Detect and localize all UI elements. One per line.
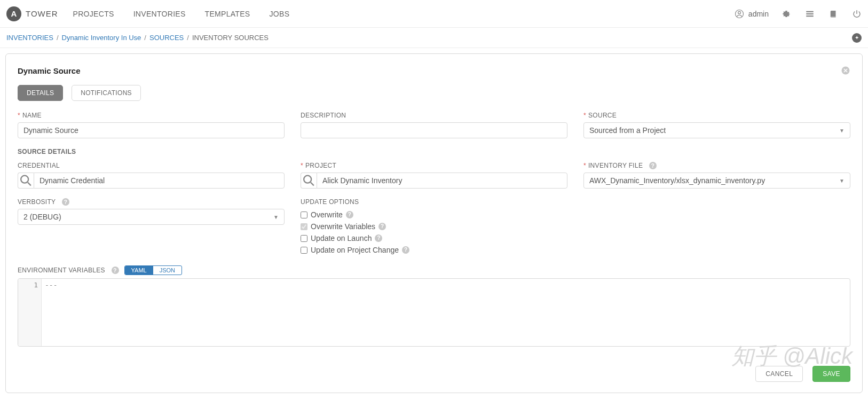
label-inventory-file: INVENTORY FILE: [588, 162, 643, 169]
logo-badge: A: [6, 6, 21, 21]
crumb-inventory-name[interactable]: Dynamic Inventory In Use: [62, 34, 141, 42]
crumb-current: INVENTORY SOURCES: [192, 34, 269, 42]
label-project: PROJECT: [305, 162, 336, 169]
user-icon: [735, 9, 744, 19]
nav-templates[interactable]: TEMPLATES: [205, 10, 250, 18]
help-icon[interactable]: ?: [375, 234, 382, 242]
svg-rect-4: [806, 15, 814, 17]
nav-links: PROJECTS INVENTORIES TEMPLATES JOBS: [73, 10, 290, 18]
svg-point-7: [304, 176, 311, 183]
nav-jobs[interactable]: JOBS: [270, 10, 290, 18]
panel-title: Dynamic Source: [18, 66, 81, 75]
credential-input[interactable]: [34, 173, 285, 189]
update-on-project-change-checkbox[interactable]: [301, 247, 307, 254]
breadcrumb: INVENTORIES / Dynamic Inventory In Use /…: [0, 28, 868, 48]
user-name: admin: [748, 10, 769, 18]
source-panel: Dynamic Source DETAILS NOTIFICATIONS *NA…: [5, 53, 863, 393]
env-vars-editor[interactable]: 1 ---: [18, 278, 850, 347]
logo[interactable]: A TOWER: [6, 6, 58, 21]
label-update-options: UPDATE OPTIONS: [301, 198, 359, 206]
tab-details[interactable]: DETAILS: [18, 85, 63, 101]
label-source: SOURCE: [588, 112, 617, 119]
label-env-vars: ENVIRONMENT VARIABLES: [18, 267, 105, 274]
credential-lookup-button[interactable]: [18, 173, 34, 189]
help-icon[interactable]: ?: [112, 267, 119, 274]
tabs: DETAILS NOTIFICATIONS: [18, 85, 850, 101]
label-description: DESCRIPTION: [301, 112, 346, 119]
help-icon[interactable]: ?: [62, 198, 69, 206]
logo-text: TOWER: [26, 9, 58, 18]
tab-notifications[interactable]: NOTIFICATIONS: [72, 85, 141, 101]
chevron-down-icon: ▼: [839, 128, 845, 134]
overwrite-vars-checkbox[interactable]: [301, 223, 307, 230]
nav-projects[interactable]: PROJECTS: [73, 10, 114, 18]
help-icon[interactable]: ?: [402, 246, 409, 254]
label-verbosity: VERBOSITY: [18, 198, 56, 206]
code-gutter: 1: [18, 279, 42, 346]
overwrite-checkbox[interactable]: [301, 212, 307, 218]
save-button[interactable]: SAVE: [812, 366, 850, 382]
stack-icon[interactable]: [805, 9, 815, 19]
format-toggle: YAML JSON: [124, 265, 182, 275]
project-lookup-button[interactable]: [301, 173, 317, 189]
activity-icon[interactable]: ✦: [852, 33, 862, 43]
svg-point-1: [738, 11, 740, 14]
help-icon[interactable]: ?: [649, 162, 657, 169]
project-input[interactable]: [317, 173, 567, 189]
section-source-details: SOURCE DETAILS: [18, 148, 850, 155]
source-select[interactable]: Sourced from a Project ▼: [583, 122, 850, 138]
svg-point-6: [21, 176, 28, 183]
chevron-down-icon: ▼: [839, 178, 845, 184]
power-icon[interactable]: [852, 9, 862, 19]
format-json[interactable]: JSON: [153, 266, 182, 275]
help-icon[interactable]: ?: [378, 223, 386, 230]
book-icon[interactable]: [828, 9, 838, 19]
format-yaml[interactable]: YAML: [125, 266, 153, 275]
chevron-down-icon: ▼: [273, 214, 279, 220]
code-body[interactable]: ---: [42, 279, 850, 346]
inventory-file-select[interactable]: AWX_Dynamic_Inventory/xlsx_dynamic_inven…: [583, 173, 850, 189]
cancel-button[interactable]: CANCEL: [755, 366, 803, 382]
help-icon[interactable]: ?: [346, 211, 353, 218]
gear-icon[interactable]: [782, 9, 791, 19]
svg-rect-2: [806, 11, 814, 12]
topbar: A TOWER PROJECTS INVENTORIES TEMPLATES J…: [0, 0, 868, 28]
svg-rect-3: [806, 13, 814, 14]
label-credential: CREDENTIAL: [18, 162, 60, 169]
update-on-launch-checkbox[interactable]: [301, 235, 307, 242]
verbosity-select[interactable]: 2 (DEBUG) ▼: [18, 209, 285, 225]
crumb-inventories[interactable]: INVENTORIES: [6, 34, 53, 42]
user-menu[interactable]: admin: [735, 9, 769, 19]
description-input[interactable]: [301, 122, 567, 138]
label-name: NAME: [22, 112, 42, 119]
crumb-sources[interactable]: SOURCES: [149, 34, 184, 42]
nav-inventories[interactable]: INVENTORIES: [133, 10, 186, 18]
close-icon[interactable]: [841, 66, 850, 75]
name-input[interactable]: [18, 122, 285, 138]
